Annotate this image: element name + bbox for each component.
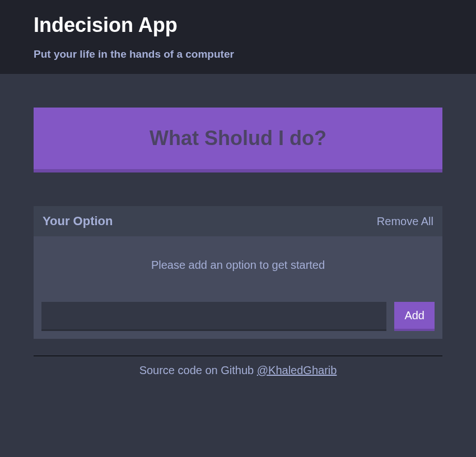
page-title: Indecision App bbox=[34, 13, 442, 37]
footer-text: Source code on Github bbox=[139, 364, 257, 376]
action-section: What Sholud I do? bbox=[34, 74, 442, 206]
footer: Source code on Github @KhaledGharib bbox=[34, 356, 442, 377]
option-input[interactable] bbox=[41, 302, 386, 331]
what-should-i-do-button[interactable]: What Sholud I do? bbox=[34, 108, 442, 172]
widget-title: Your Option bbox=[43, 214, 113, 228]
remove-all-button[interactable]: Remove All bbox=[377, 215, 433, 228]
page-subtitle: Put your life in the hands of a computer bbox=[34, 48, 442, 60]
add-option-form: Add bbox=[34, 294, 442, 339]
header: Indecision App Put your life in the hand… bbox=[0, 0, 476, 74]
add-button[interactable]: Add bbox=[394, 302, 435, 331]
footer-link[interactable]: @KhaledGharib bbox=[257, 364, 337, 376]
empty-message: Please add an option to get started bbox=[34, 236, 442, 294]
widget-header: Your Option Remove All bbox=[34, 206, 442, 236]
options-widget: Your Option Remove All Please add an opt… bbox=[34, 206, 442, 339]
